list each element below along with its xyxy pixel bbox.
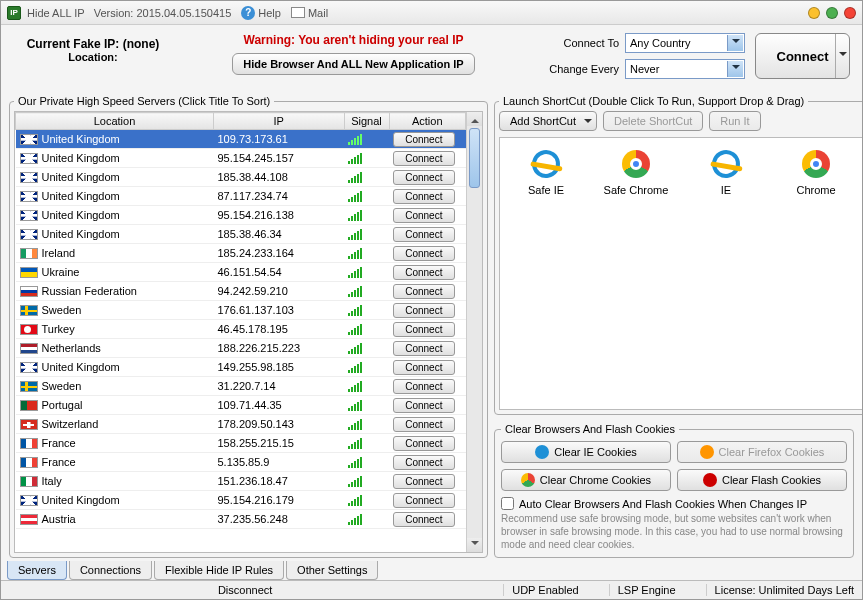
flag-icon — [20, 248, 38, 259]
flag-icon — [20, 343, 38, 354]
mail-link[interactable]: Mail — [291, 7, 328, 19]
shortcut-item[interactable]: Safe Chrome — [600, 148, 672, 196]
scroll-down-icon[interactable] — [467, 538, 482, 552]
row-connect-button[interactable]: Connect — [393, 379, 455, 394]
row-connect-button[interactable]: Connect — [393, 360, 455, 375]
clear-chrome-button[interactable]: Clear Chrome Cookies — [501, 469, 671, 491]
change-every-dropdown[interactable]: Never — [625, 59, 745, 79]
hide-browser-button[interactable]: Hide Browser And ALL New Application IP — [232, 53, 474, 75]
signal-icon — [348, 190, 385, 202]
table-row[interactable]: Portugal109.71.44.35Connect — [16, 396, 466, 415]
chevron-down-icon — [727, 35, 743, 51]
signal-icon — [348, 494, 385, 506]
clear-cookies-panel: Clear Browsers And Flash Cookies Clear I… — [494, 423, 854, 558]
tab-servers[interactable]: Servers — [7, 561, 67, 580]
row-connect-button[interactable]: Connect — [393, 170, 455, 185]
add-shortcut-button[interactable]: Add ShortCut — [499, 111, 597, 131]
scroll-thumb[interactable] — [469, 128, 480, 188]
table-row[interactable]: Russian Federation94.242.59.210Connect — [16, 282, 466, 301]
help-link[interactable]: ?Help — [241, 6, 281, 20]
table-row[interactable]: United Kingdom149.255.98.185Connect — [16, 358, 466, 377]
col-action[interactable]: Action — [389, 113, 466, 130]
table-row[interactable]: United Kingdom95.154.216.138Connect — [16, 206, 466, 225]
servers-panel-title: Our Private High Speed Servers (Click Ti… — [14, 95, 274, 107]
tab-flexible[interactable]: Flexible Hide IP Rules — [154, 561, 284, 580]
row-connect-button[interactable]: Connect — [393, 265, 455, 280]
table-row[interactable]: Italy151.236.18.47Connect — [16, 472, 466, 491]
table-row[interactable]: United Kingdom185.38.44.108Connect — [16, 168, 466, 187]
col-signal[interactable]: Signal — [344, 113, 389, 130]
table-row[interactable]: France158.255.215.15Connect — [16, 434, 466, 453]
row-connect-button[interactable]: Connect — [393, 151, 455, 166]
connect-split-arrow[interactable] — [835, 34, 849, 78]
tab-other[interactable]: Other Settings — [286, 561, 378, 580]
servers-scrollbar[interactable] — [466, 112, 482, 552]
ie-icon — [710, 148, 742, 180]
row-connect-button[interactable]: Connect — [393, 474, 455, 489]
row-connect-button[interactable]: Connect — [393, 208, 455, 223]
minimize-button[interactable] — [808, 7, 820, 19]
row-connect-button[interactable]: Connect — [393, 227, 455, 242]
table-row[interactable]: Austria37.235.56.248Connect — [16, 510, 466, 529]
table-row[interactable]: Sweden176.61.137.103Connect — [16, 301, 466, 320]
row-connect-button[interactable]: Connect — [393, 246, 455, 261]
table-row[interactable]: United Kingdom95.154.216.179Connect — [16, 491, 466, 510]
signal-icon — [348, 133, 385, 145]
table-row[interactable]: United Kingdom109.73.173.61Connect — [16, 130, 466, 149]
col-location[interactable]: Location — [16, 113, 214, 130]
row-connect-button[interactable]: Connect — [393, 341, 455, 356]
shortcut-item[interactable]: Safe IE — [510, 148, 582, 196]
row-connect-button[interactable]: Connect — [393, 398, 455, 413]
connect-to-dropdown[interactable]: Any Country — [625, 33, 745, 53]
auto-clear-label: Auto Clear Browsers And Flash Cookies Wh… — [519, 498, 807, 510]
signal-icon — [348, 209, 385, 221]
tab-connections[interactable]: Connections — [69, 561, 152, 580]
close-button[interactable] — [844, 7, 856, 19]
flag-icon — [20, 153, 38, 164]
bottom-tabs: Servers Connections Flexible Hide IP Rul… — [1, 561, 862, 580]
table-row[interactable]: United Kingdom95.154.245.157Connect — [16, 149, 466, 168]
shortcut-grid[interactable]: Safe IESafe ChromeIEChrome — [499, 137, 862, 410]
row-connect-button[interactable]: Connect — [393, 189, 455, 204]
ie-icon — [530, 148, 562, 180]
clear-ie-button[interactable]: Clear IE Cookies — [501, 441, 671, 463]
table-row[interactable]: Ukraine46.151.54.54Connect — [16, 263, 466, 282]
help-icon: ? — [241, 6, 255, 20]
flash-icon — [703, 473, 717, 487]
table-row[interactable]: France5.135.85.9Connect — [16, 453, 466, 472]
signal-icon — [348, 323, 385, 335]
flag-icon — [20, 210, 38, 221]
table-row[interactable]: Turkey46.45.178.195Connect — [16, 320, 466, 339]
scroll-up-icon[interactable] — [467, 112, 482, 126]
flag-icon — [20, 267, 38, 278]
row-connect-button[interactable]: Connect — [393, 436, 455, 451]
signal-icon — [348, 342, 385, 354]
table-row[interactable]: Sweden31.220.7.14Connect — [16, 377, 466, 396]
auto-clear-checkbox[interactable] — [501, 497, 514, 510]
chrome-icon — [622, 150, 650, 178]
table-row[interactable]: Switzerland178.209.50.143Connect — [16, 415, 466, 434]
flag-icon — [20, 229, 38, 240]
col-ip[interactable]: IP — [214, 113, 345, 130]
clear-flash-button[interactable]: Clear Flash Cookies — [677, 469, 847, 491]
right-controls: Connect To Any Country Change Every Neve… — [534, 33, 745, 79]
signal-icon — [348, 380, 385, 392]
row-connect-button[interactable]: Connect — [393, 512, 455, 527]
shortcut-item[interactable]: IE — [690, 148, 762, 196]
table-row[interactable]: Ireland185.24.233.164Connect — [16, 244, 466, 263]
row-connect-button[interactable]: Connect — [393, 322, 455, 337]
row-connect-button[interactable]: Connect — [393, 132, 455, 147]
row-connect-button[interactable]: Connect — [393, 284, 455, 299]
current-fake-ip-label: Current Fake IP: (none) — [13, 37, 173, 51]
connect-button[interactable]: Connect — [755, 33, 850, 79]
table-row[interactable]: Netherlands188.226.215.223Connect — [16, 339, 466, 358]
maximize-button[interactable] — [826, 7, 838, 19]
shortcut-item[interactable]: Chrome — [780, 148, 852, 196]
row-connect-button[interactable]: Connect — [393, 303, 455, 318]
row-connect-button[interactable]: Connect — [393, 493, 455, 508]
row-connect-button[interactable]: Connect — [393, 455, 455, 470]
row-connect-button[interactable]: Connect — [393, 417, 455, 432]
table-row[interactable]: United Kingdom185.38.46.34Connect — [16, 225, 466, 244]
servers-table-wrap: Location IP Signal Action United Kingdom… — [14, 111, 483, 553]
table-row[interactable]: United Kingdom87.117.234.74Connect — [16, 187, 466, 206]
